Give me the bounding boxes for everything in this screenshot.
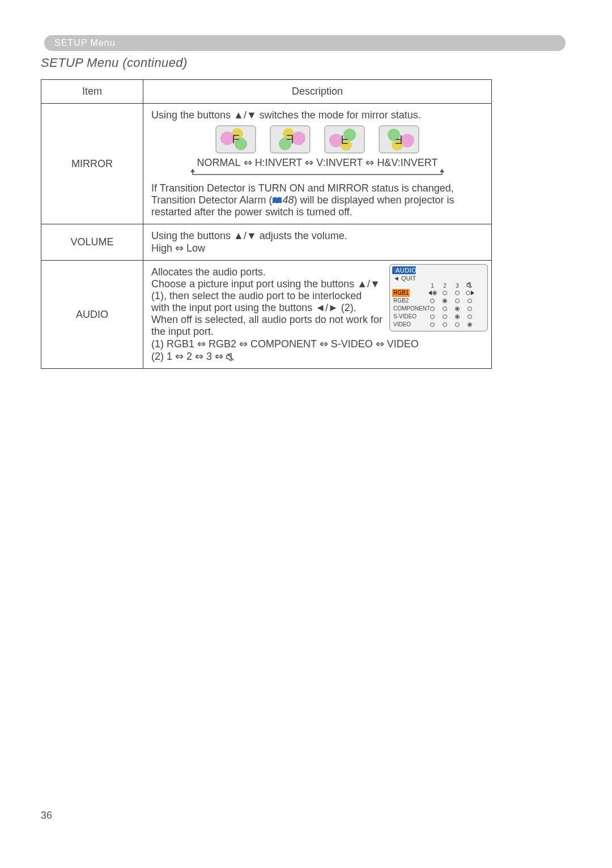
page-subtitle: SETUP Menu (continued) <box>41 56 188 70</box>
mirror-illustrations: F F F <box>151 125 483 154</box>
mirror-note-page: 48 <box>282 194 294 206</box>
audio-panel-row-svideo: S-VIDEO <box>392 313 485 321</box>
lrarrow-icon: ⇔ <box>241 157 255 168</box>
radio-icon <box>468 307 472 311</box>
radio-icon <box>430 314 435 319</box>
mirror-image-normal-icon: F <box>215 125 257 154</box>
audio-panel-row-label: RGB1 <box>392 289 410 297</box>
audio-panel-col-1: 1 <box>431 283 434 289</box>
svg-text:F: F <box>395 133 402 147</box>
radio-selected-icon <box>468 322 472 327</box>
radio-icon <box>455 291 460 295</box>
row-desc-volume: Using the buttons ▲/▼ adjusts the volume… <box>143 224 492 261</box>
mirror-line1-a: Using the buttons <box>151 109 233 121</box>
table-row: AUDIO Allocates the audio ports. Choose … <box>41 261 492 369</box>
mirror-image-hinvert-icon: F <box>269 125 311 154</box>
radio-icon <box>455 322 460 327</box>
radio-icon <box>443 322 447 327</box>
audio-panel-row-label: COMPONENT <box>392 305 430 313</box>
radio-icon <box>443 291 447 295</box>
lrarrow-icon: ⇔ <box>302 157 316 168</box>
audio-panel-row-label: RGB2 <box>392 297 409 305</box>
book-icon <box>272 197 282 205</box>
radio-icon <box>430 307 435 311</box>
audio-paragraph: Allocates the audio ports. Choose a pict… <box>151 266 382 338</box>
volume-line1-a: Using the buttons <box>151 230 233 241</box>
audio-panel-row-label: VIDEO <box>392 321 411 329</box>
setup-menu-table: Item Description MIRROR Using the button… <box>41 79 492 369</box>
audio-panel-column-header: 1 2 3 <box>392 282 485 289</box>
audio-list1: (1) RGB1 ⇔ RGB2 ⇔ COMPONENT ⇔ S-VIDEO ⇔ … <box>151 338 483 350</box>
leftright-arrows-icon: ◄/► <box>315 302 338 313</box>
speaker-mute-icon <box>466 282 473 289</box>
radio-icon <box>466 291 470 295</box>
audio-panel-row-rgb1: RGB1 <box>392 289 485 297</box>
updown-arrows-icon: ▲/▼ <box>233 109 257 121</box>
mirror-cycle-arrow <box>151 169 483 178</box>
audio-panel-col-2: 2 <box>443 283 447 289</box>
row-desc-mirror: Using the buttons ▲/▼ switches the mode … <box>143 104 492 224</box>
audio-osd-panel: AUDIO ◄ QUIT 1 2 3 RGB1 <box>389 264 488 331</box>
mirror-mode-hinvert: H:INVERT <box>255 157 303 168</box>
audio-p1-a: Allocates the audio ports. <box>151 266 266 278</box>
section-header-text: SETUP Menu <box>54 38 116 48</box>
volume-line1-b: adjusts the volume. <box>257 230 347 241</box>
mirror-mode-normal: NORMAL <box>197 157 241 168</box>
section-header-pill: SETUP Menu <box>44 35 566 51</box>
audio-panel-quit: ◄ QUIT <box>393 275 485 282</box>
audio-list2-text: (2) 1 ⇔ 2 ⇔ 3 ⇔ <box>151 351 226 362</box>
radio-selected-icon <box>455 307 460 311</box>
radio-icon <box>468 314 472 319</box>
mirror-image-vinvert-icon: F <box>324 125 366 154</box>
mirror-note: If Transition Detector is TURN ON and MI… <box>151 182 483 218</box>
audio-panel-col-3: 3 <box>456 283 459 289</box>
mirror-mode-hvinvert: H&V:INVERT <box>377 157 437 168</box>
row-label-volume: VOLUME <box>41 224 143 261</box>
radio-icon <box>443 314 447 319</box>
svg-text:F: F <box>341 133 348 147</box>
radio-icon <box>443 307 447 311</box>
lrarrow-icon: ⇔ <box>363 157 377 168</box>
table-row: VOLUME Using the buttons ▲/▼ adjusts the… <box>41 224 492 261</box>
mirror-line1-b: switches the mode for mirror status. <box>257 109 421 121</box>
volume-line2: High ⇔ Low <box>151 242 483 254</box>
audio-panel-row-video: VIDEO <box>392 321 485 329</box>
row-label-mirror: MIRROR <box>41 104 143 224</box>
triangle-left-icon <box>428 291 432 295</box>
table-row: MIRROR Using the buttons ▲/▼ switches th… <box>41 104 492 224</box>
radio-selected-icon <box>455 314 460 319</box>
row-desc-audio: Allocates the audio ports. Choose a pict… <box>143 261 492 369</box>
mirror-mode-vinvert: V:INVERT <box>316 157 363 168</box>
audio-p1-b: Choose a picture input port using the bu… <box>151 278 357 290</box>
audio-panel-title: AUDIO <box>392 266 416 274</box>
volume-line1: Using the buttons ▲/▼ adjusts the volume… <box>151 230 483 242</box>
radio-icon <box>455 299 460 303</box>
updown-arrows-icon: ▲/▼ <box>233 230 257 241</box>
audio-panel-row-component: COMPONENT <box>392 305 485 313</box>
audio-list2: (2) 1 ⇔ 2 ⇔ 3 ⇔ <box>151 350 483 363</box>
table-header-description: Description <box>143 80 492 104</box>
radio-icon <box>430 299 435 303</box>
audio-panel-row-rgb2: RGB2 <box>392 297 485 305</box>
audio-panel-row-label: S-VIDEO <box>392 313 416 321</box>
row-label-audio: AUDIO <box>41 261 143 369</box>
radio-selected-icon <box>443 299 447 303</box>
table-header-item: Item <box>41 80 143 104</box>
radio-icon <box>430 322 435 327</box>
triangle-right-icon <box>471 291 474 295</box>
mirror-line1: Using the buttons ▲/▼ switches the mode … <box>151 109 483 121</box>
mirror-image-hvinvert-icon: F <box>378 125 420 154</box>
mirror-mode-line: NORMAL ⇔ H:INVERT ⇔ V:INVERT ⇔ H&V:INVER… <box>151 156 483 169</box>
speaker-mute-icon <box>226 353 235 361</box>
page-number: 36 <box>41 810 52 822</box>
updown-arrows-icon: ▲/▼ <box>357 278 380 290</box>
svg-text:F: F <box>232 132 239 146</box>
cycle-arrow-icon <box>187 169 448 178</box>
radio-icon <box>468 299 472 303</box>
radio-selected-icon <box>432 291 437 295</box>
svg-text:F: F <box>286 132 294 146</box>
